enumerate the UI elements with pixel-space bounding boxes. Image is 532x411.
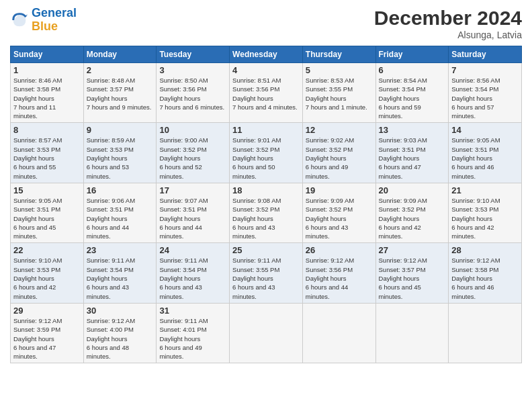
day-info: Sunrise: 9:12 AMSunset: 3:59 PMDaylight … xyxy=(13,317,62,360)
calendar-day-9: 9 Sunrise: 8:59 AMSunset: 3:53 PMDayligh… xyxy=(83,123,157,183)
day-info: Sunrise: 9:05 AMSunset: 3:51 PMDaylight … xyxy=(13,197,62,240)
title-block: December 2024 Alsunga, Latvia xyxy=(374,7,522,40)
calendar-day-7: 7 Sunrise: 8:56 AMSunset: 3:54 PMDayligh… xyxy=(449,63,522,123)
calendar-day-29: 29 Sunrise: 9:12 AMSunset: 3:59 PMDaylig… xyxy=(11,303,84,363)
day-number: 25 xyxy=(232,245,300,255)
day-info: Sunrise: 9:06 AMSunset: 3:51 PMDaylight … xyxy=(87,197,135,240)
day-number: 18 xyxy=(232,185,300,195)
day-info: Sunrise: 8:56 AMSunset: 3:54 PMDaylight … xyxy=(451,77,500,120)
day-info: Sunrise: 9:07 AMSunset: 3:51 PMDaylight … xyxy=(159,197,208,240)
day-number: 10 xyxy=(159,125,226,135)
calendar-body: 1 Sunrise: 8:46 AMSunset: 3:58 PMDayligh… xyxy=(11,63,522,363)
day-number: 21 xyxy=(451,185,519,195)
calendar-day-4: 4 Sunrise: 8:51 AMSunset: 3:56 PMDayligh… xyxy=(230,63,303,123)
calendar-day-23: 23 Sunrise: 9:11 AMSunset: 3:54 PMDaylig… xyxy=(83,243,157,303)
calendar-day-20: 20 Sunrise: 9:09 AMSunset: 3:52 PMDaylig… xyxy=(375,183,449,242)
day-info: Sunrise: 9:03 AMSunset: 3:51 PMDaylight … xyxy=(379,136,427,179)
day-info: Sunrise: 9:02 AMSunset: 3:52 PMDaylight … xyxy=(306,136,354,179)
calendar-day-15: 15 Sunrise: 9:05 AMSunset: 3:51 PMDaylig… xyxy=(11,183,84,242)
empty-cell xyxy=(449,303,522,363)
day-info: Sunrise: 9:09 AMSunset: 3:52 PMDaylight … xyxy=(306,197,354,240)
calendar-day-10: 10 Sunrise: 9:00 AMSunset: 3:52 PMDaylig… xyxy=(157,123,230,183)
calendar-day-5: 5 Sunrise: 8:53 AMSunset: 3:55 PMDayligh… xyxy=(302,63,375,123)
day-info: Sunrise: 9:10 AMSunset: 3:53 PMDaylight … xyxy=(13,257,62,300)
day-number: 2 xyxy=(87,65,154,75)
day-number: 27 xyxy=(379,245,446,255)
day-number: 28 xyxy=(451,245,519,255)
calendar-day-11: 11 Sunrise: 9:01 AMSunset: 3:52 PMDaylig… xyxy=(230,123,303,183)
day-number: 19 xyxy=(306,185,373,195)
day-number: 7 xyxy=(451,65,519,75)
calendar-day-27: 27 Sunrise: 9:12 AMSunset: 3:57 PMDaylig… xyxy=(375,243,449,303)
calendar-day-13: 13 Sunrise: 9:03 AMSunset: 3:51 PMDaylig… xyxy=(375,123,449,183)
day-number: 16 xyxy=(87,185,154,195)
calendar-day-22: 22 Sunrise: 9:10 AMSunset: 3:53 PMDaylig… xyxy=(11,243,84,303)
header-wednesday: Wednesday xyxy=(230,46,303,63)
day-number: 13 xyxy=(379,125,446,135)
header-tuesday: Tuesday xyxy=(157,46,230,63)
day-number: 4 xyxy=(232,65,300,75)
day-number: 26 xyxy=(306,245,373,255)
day-info: Sunrise: 8:53 AMSunset: 3:55 PMDaylight … xyxy=(306,77,367,111)
day-info: Sunrise: 9:08 AMSunset: 3:52 PMDaylight … xyxy=(232,197,281,240)
calendar-day-25: 25 Sunrise: 9:11 AMSunset: 3:55 PMDaylig… xyxy=(230,243,303,303)
calendar-day-19: 19 Sunrise: 9:09 AMSunset: 3:52 PMDaylig… xyxy=(302,183,375,242)
day-number: 1 xyxy=(13,65,81,75)
calendar-day-30: 30 Sunrise: 9:12 AMSunset: 4:00 PMDaylig… xyxy=(83,303,157,363)
day-info: Sunrise: 8:46 AMSunset: 3:58 PMDaylight … xyxy=(13,77,62,120)
day-info: Sunrise: 9:11 AMSunset: 3:55 PMDaylight … xyxy=(232,257,281,300)
calendar-day-1: 1 Sunrise: 8:46 AMSunset: 3:58 PMDayligh… xyxy=(11,63,84,123)
day-info: Sunrise: 9:12 AMSunset: 4:00 PMDaylight … xyxy=(87,317,135,360)
logo: GeneralBlue xyxy=(10,7,77,34)
header-saturday: Saturday xyxy=(449,46,522,63)
calendar-day-14: 14 Sunrise: 9:05 AMSunset: 3:51 PMDaylig… xyxy=(449,123,522,183)
day-number: 8 xyxy=(13,125,81,135)
day-info: Sunrise: 9:12 AMSunset: 3:57 PMDaylight … xyxy=(379,257,427,300)
empty-cell xyxy=(230,303,303,363)
month-title: December 2024 xyxy=(374,7,522,30)
day-info: Sunrise: 9:11 AMSunset: 4:01 PMDaylight … xyxy=(159,317,208,360)
day-number: 20 xyxy=(379,185,446,195)
day-info: Sunrise: 8:48 AMSunset: 3:57 PMDaylight … xyxy=(87,77,152,111)
day-number: 29 xyxy=(13,306,81,316)
weekday-header-row: Sunday Monday Tuesday Wednesday Thursday… xyxy=(11,46,522,63)
calendar-week-2: 8 Sunrise: 8:57 AMSunset: 3:53 PMDayligh… xyxy=(11,123,522,183)
day-number: 6 xyxy=(379,65,446,75)
calendar-week-3: 15 Sunrise: 9:05 AMSunset: 3:51 PMDaylig… xyxy=(11,183,522,242)
calendar-table: Sunday Monday Tuesday Wednesday Thursday… xyxy=(10,46,522,363)
calendar-day-16: 16 Sunrise: 9:06 AMSunset: 3:51 PMDaylig… xyxy=(83,183,157,242)
day-number: 9 xyxy=(87,125,154,135)
day-info: Sunrise: 9:12 AMSunset: 3:58 PMDaylight … xyxy=(451,257,500,300)
empty-cell xyxy=(302,303,375,363)
calendar-day-31: 31 Sunrise: 9:11 AMSunset: 4:01 PMDaylig… xyxy=(157,303,230,363)
calendar-day-6: 6 Sunrise: 8:54 AMSunset: 3:54 PMDayligh… xyxy=(375,63,449,123)
day-info: Sunrise: 8:57 AMSunset: 3:53 PMDaylight … xyxy=(13,136,62,179)
day-number: 11 xyxy=(232,125,300,135)
day-info: Sunrise: 9:00 AMSunset: 3:52 PMDaylight … xyxy=(159,136,208,179)
day-info: Sunrise: 9:11 AMSunset: 3:54 PMDaylight … xyxy=(87,257,135,300)
calendar-day-17: 17 Sunrise: 9:07 AMSunset: 3:51 PMDaylig… xyxy=(157,183,230,242)
calendar-week-5: 29 Sunrise: 9:12 AMSunset: 3:59 PMDaylig… xyxy=(11,303,522,363)
day-info: Sunrise: 9:01 AMSunset: 3:52 PMDaylight … xyxy=(232,136,281,179)
day-info: Sunrise: 8:54 AMSunset: 3:54 PMDaylight … xyxy=(379,77,427,120)
calendar-day-21: 21 Sunrise: 9:10 AMSunset: 3:53 PMDaylig… xyxy=(449,183,522,242)
page-container: GeneralBlue December 2024 Alsunga, Latvi… xyxy=(0,0,532,370)
header-friday: Friday xyxy=(375,46,449,63)
header-monday: Monday xyxy=(83,46,157,63)
logo-text: GeneralBlue xyxy=(32,7,77,34)
day-number: 17 xyxy=(159,185,226,195)
day-info: Sunrise: 9:05 AMSunset: 3:51 PMDaylight … xyxy=(451,136,500,179)
calendar-week-4: 22 Sunrise: 9:10 AMSunset: 3:53 PMDaylig… xyxy=(11,243,522,303)
calendar-day-28: 28 Sunrise: 9:12 AMSunset: 3:58 PMDaylig… xyxy=(449,243,522,303)
day-number: 5 xyxy=(306,65,373,75)
page-header: GeneralBlue December 2024 Alsunga, Latvi… xyxy=(10,7,522,40)
calendar-day-18: 18 Sunrise: 9:08 AMSunset: 3:52 PMDaylig… xyxy=(230,183,303,242)
day-number: 31 xyxy=(159,306,226,316)
calendar-day-3: 3 Sunrise: 8:50 AMSunset: 3:56 PMDayligh… xyxy=(157,63,230,123)
day-number: 22 xyxy=(13,245,81,255)
calendar-day-2: 2 Sunrise: 8:48 AMSunset: 3:57 PMDayligh… xyxy=(83,63,157,123)
calendar-week-1: 1 Sunrise: 8:46 AMSunset: 3:58 PMDayligh… xyxy=(11,63,522,123)
calendar-day-24: 24 Sunrise: 9:11 AMSunset: 3:54 PMDaylig… xyxy=(157,243,230,303)
location: Alsunga, Latvia xyxy=(374,30,522,40)
calendar-day-26: 26 Sunrise: 9:12 AMSunset: 3:56 PMDaylig… xyxy=(302,243,375,303)
